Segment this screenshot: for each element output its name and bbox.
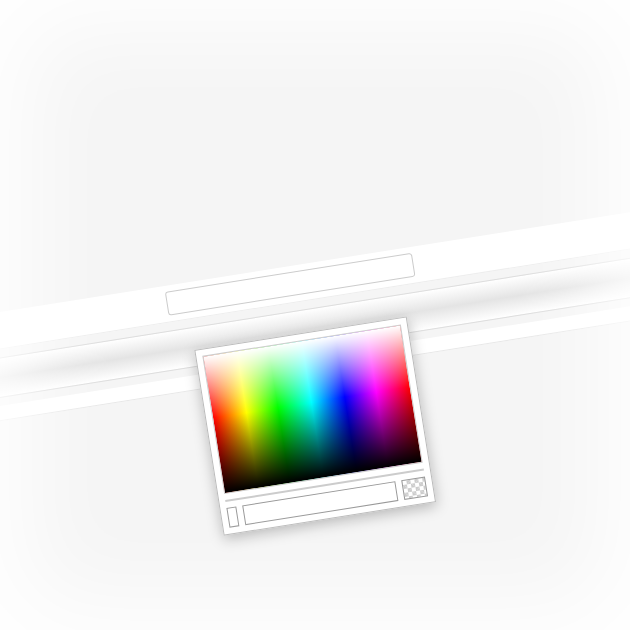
current-color-swatch[interactable] [226,506,239,527]
transparent-button[interactable] [401,477,428,501]
color-gradient-area[interactable] [202,324,422,494]
settings-panel [0,186,630,433]
color-picker-popup [194,316,436,535]
color-hex-input[interactable] [242,481,398,525]
